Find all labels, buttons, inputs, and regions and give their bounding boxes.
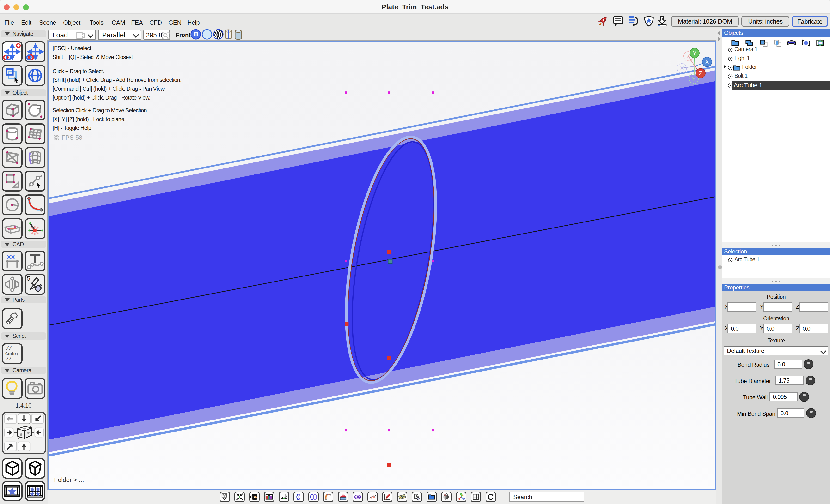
- svg-text:Code;: Code;: [5, 351, 19, 357]
- svg-text:Y: Y: [692, 75, 696, 82]
- svg-text:XX: XX: [7, 254, 15, 260]
- svg-text:Z: Z: [699, 70, 702, 77]
- svg-text:Y: Y: [692, 49, 697, 57]
- svg-text:Z: Z: [458, 498, 459, 500]
- svg-text:Y: Y: [460, 494, 462, 496]
- svg-text:X: X: [705, 58, 709, 66]
- svg-text:5: 5: [27, 275, 31, 282]
- svg-text://: //: [6, 346, 11, 351]
- svg-text:X: X: [680, 65, 684, 72]
- svg-text:Sh: Sh: [252, 495, 257, 499]
- svg-text://: //: [6, 357, 11, 362]
- svg-text:X: X: [463, 498, 464, 500]
